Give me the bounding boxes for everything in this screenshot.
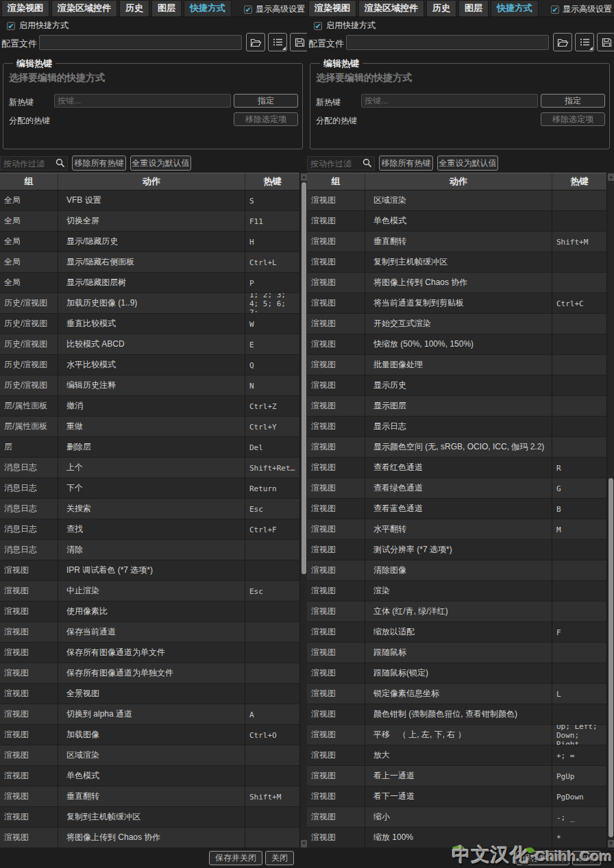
table-row[interactable]: 渲视图查看蓝色通道B	[307, 499, 606, 519]
table-row[interactable]: 全局显示/隐藏图层树P	[0, 273, 299, 293]
tab-history[interactable]: 历史	[119, 0, 149, 16]
table-row[interactable]: 渲视图快缩放 (50%, 100%, 150%)	[307, 334, 606, 355]
table-row[interactable]: 渲视图开始交互式渲染	[307, 314, 606, 334]
table-row[interactable]: 渲视图将当前通道复制到剪贴板Ctrl+C	[307, 293, 606, 314]
table-row[interactable]: 全局VFB 设置S	[0, 190, 299, 211]
vertical-scrollbar[interactable]: ▲ ▼	[606, 173, 614, 848]
table-row[interactable]: 渲视图使用像素比	[0, 602, 299, 622]
table-row[interactable]: 渲视图放大+; =	[307, 745, 606, 766]
table-row[interactable]: 渲视图保存所有图像通道为单文件	[0, 643, 299, 663]
table-row[interactable]: 消息日志关搜索Esc	[0, 499, 299, 519]
tab-render-view[interactable]: 渲染视图	[308, 0, 356, 16]
tab-history[interactable]: 历史	[426, 0, 456, 16]
table-row[interactable]: 渲视图看上一通道PgUp	[307, 766, 606, 786]
table-row[interactable]: 渲视图将图像上传到 Chaos 协作	[307, 273, 606, 293]
close-button[interactable]: 关闭	[265, 851, 294, 865]
table-row[interactable]: 历史/渲视图垂直比较模式W	[0, 314, 299, 334]
table-row[interactable]: 历史/渲视图水平比较模式Q	[0, 355, 299, 375]
column-header-hotkey[interactable]: 热键	[245, 173, 299, 190]
table-row[interactable]: 渲视图锁定像素信息坐标L	[307, 684, 606, 704]
table-row[interactable]: 渲视图显示颜色空间 (无, sRGB, OCIO, ICC, 伽玛 2.2)	[307, 437, 606, 458]
new-hotkey-input[interactable]	[54, 94, 231, 108]
scrollbar-thumb[interactable]	[302, 182, 306, 574]
table-row[interactable]: 渲视图缩放 100%*	[307, 828, 606, 848]
enable-shortcuts-checkbox[interactable]: ✔	[7, 22, 15, 30]
profile-input[interactable]	[346, 35, 549, 50]
table-row[interactable]: 渲视图跟随鼠标(锁定)	[307, 663, 606, 684]
table-row[interactable]: 渲视图显示图层	[307, 396, 606, 417]
show-advanced-checkbox[interactable]: ✔	[551, 5, 559, 14]
table-row[interactable]: 渲视图水平翻转M	[307, 519, 606, 540]
table-row[interactable]: 层删除层Del	[0, 437, 299, 458]
tab-layers[interactable]: 图层	[151, 0, 182, 16]
assign-button[interactable]: 指定	[541, 94, 605, 108]
remove-all-hotkeys-button[interactable]: 移除所有热键	[72, 156, 126, 171]
table-row[interactable]: 渲视图清除图像	[307, 560, 606, 581]
scroll-up-arrow-icon[interactable]: ▲	[608, 173, 614, 181]
table-row[interactable]: 渲视图中止渲染Esc	[0, 581, 299, 602]
table-row[interactable]: 渲视图跟随鼠标	[307, 643, 606, 663]
table-row[interactable]: 全局显示/隐藏历史H	[0, 232, 299, 252]
table-row[interactable]: 全局切换全屏F11	[0, 211, 299, 232]
column-header-action[interactable]: 动作	[58, 173, 245, 190]
scroll-up-arrow-icon[interactable]: ▲	[301, 173, 307, 181]
remove-selected-button[interactable]: 移除选定项	[541, 112, 605, 126]
table-row[interactable]: 全局显示/隐藏右侧面板Ctrl+L	[0, 252, 299, 273]
table-row[interactable]: 消息日志查找Ctrl+F	[0, 519, 299, 540]
vertical-scrollbar[interactable]: ▲ ▼	[299, 173, 307, 848]
table-row[interactable]: 层/属性面板撤消Ctrl+Z	[0, 396, 299, 417]
tab-render-view[interactable]: 渲染视图	[1, 0, 49, 16]
table-row[interactable]: 渲视图区域渲染	[0, 745, 299, 766]
table-row[interactable]: 渲视图看下一通道PgDown	[307, 786, 606, 807]
table-row[interactable]: 渲视图渲染	[307, 581, 606, 602]
close-button[interactable]: 关闭	[572, 851, 601, 865]
table-row[interactable]: 渲视图显示历史	[307, 375, 606, 396]
profile-input[interactable]	[39, 35, 242, 50]
open-profile-button[interactable]	[553, 33, 572, 51]
table-row[interactable]: 渲视图缩放以适配F	[307, 622, 606, 643]
column-header-group[interactable]: 组	[307, 173, 365, 190]
save-profile-button[interactable]	[597, 33, 614, 51]
enable-shortcuts-checkbox[interactable]: ✔	[314, 22, 322, 30]
tab-shortcuts[interactable]: 快捷方式	[184, 0, 232, 16]
table-row[interactable]: 渲视图平移 （ 上, 左, 下, 右 ）Up; Left; Down; Righ…	[307, 725, 606, 745]
remove-selected-button[interactable]: 移除选定项	[234, 112, 298, 126]
table-row[interactable]: 历史/渲视图编辑历史注释N	[0, 375, 299, 396]
table-row[interactable]: 渲视图保存当前通道	[0, 622, 299, 643]
table-row[interactable]: 渲视图保存所有图像通道为单独文件	[0, 663, 299, 684]
table-row[interactable]: 渲视图单色模式	[0, 766, 299, 786]
table-row[interactable]: 消息日志清除	[0, 540, 299, 560]
tab-render-region-controls[interactable]: 渲染区域控件	[51, 0, 117, 16]
profile-list-button[interactable]	[268, 33, 287, 51]
scroll-down-arrow-icon[interactable]: ▼	[301, 840, 307, 847]
column-header-group[interactable]: 组	[0, 173, 58, 190]
reset-all-defaults-button[interactable]: 全重设为默认值	[437, 156, 498, 171]
column-header-hotkey[interactable]: 热键	[552, 173, 606, 190]
open-profile-button[interactable]	[246, 33, 265, 51]
table-row[interactable]: 消息日志上个Shift+Ret…	[0, 458, 299, 478]
table-row[interactable]: 渲视图将图像上传到 Chaos 协作	[0, 828, 299, 848]
tab-shortcuts[interactable]: 快捷方式	[491, 0, 539, 16]
tab-render-region-controls[interactable]: 渲染区域控件	[358, 0, 424, 16]
table-row[interactable]: 历史/渲视图比较模式 ABCDE	[0, 334, 299, 355]
reset-all-defaults-button[interactable]: 全重设为默认值	[130, 156, 191, 171]
table-row[interactable]: 渲视图颜色钳制 (强制颜色箝位, 查看钳制颜色)	[307, 704, 606, 725]
table-row[interactable]: 渲视图查看红色通道R	[307, 458, 606, 478]
table-row[interactable]: 渲视图垂直翻转Shift+M	[0, 786, 299, 807]
remove-all-hotkeys-button[interactable]: 移除所有热键	[379, 156, 433, 171]
tab-layers[interactable]: 图层	[458, 0, 489, 16]
table-row[interactable]: 渲视图缩小-; _	[307, 807, 606, 828]
table-row[interactable]: 渲视图查看绿色通道G	[307, 478, 606, 499]
table-row[interactable]: 渲视图全景视图	[0, 684, 299, 704]
save-and-close-button[interactable]: 保存并关闭	[209, 851, 262, 865]
save-profile-button[interactable]	[290, 33, 307, 51]
table-row[interactable]: 渲视图切换到 alpha 通道A	[0, 704, 299, 725]
table-row[interactable]: 渲视图垂直翻转Shift+M	[307, 232, 606, 252]
table-row[interactable]: 历史/渲视图加载历史图像 (1..9)1; 2; 3; 4; 5; 6; 7; …	[0, 293, 299, 314]
table-row[interactable]: 渲视图测试分辨率 (*7 选项*)	[307, 540, 606, 560]
table-row[interactable]: 渲视图单色模式	[307, 211, 606, 232]
table-row[interactable]: 渲视图复制到主机帧缓冲区	[307, 252, 606, 273]
table-row[interactable]: 渲视图IPR 调试着色 (*7 选项*)	[0, 560, 299, 581]
scroll-down-arrow-icon[interactable]: ▼	[608, 840, 614, 847]
assign-button[interactable]: 指定	[234, 94, 298, 108]
